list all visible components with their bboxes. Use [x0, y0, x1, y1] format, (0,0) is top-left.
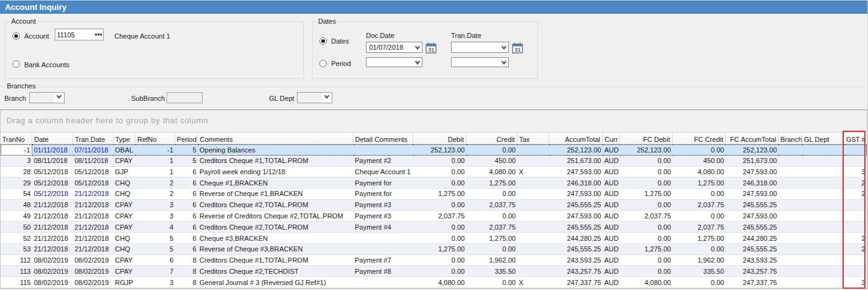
svg-text:31: 31 — [428, 47, 434, 53]
svg-text:31: 31 — [514, 47, 521, 53]
